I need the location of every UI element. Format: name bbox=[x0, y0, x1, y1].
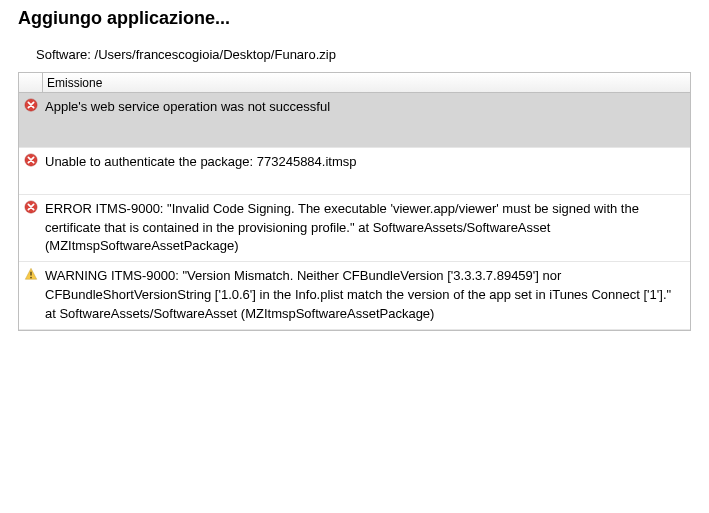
table-row[interactable]: Apple's web service operation was not su… bbox=[19, 93, 690, 148]
software-info: Software: /Users/francescogioia/Desktop/… bbox=[0, 33, 709, 68]
software-label: Software: bbox=[36, 47, 91, 62]
software-path: /Users/francescogioia/Desktop/Funaro.zip bbox=[95, 47, 336, 62]
svg-rect-3 bbox=[30, 272, 31, 276]
error-icon bbox=[24, 98, 38, 112]
row-message: Apple's web service operation was not su… bbox=[43, 93, 690, 147]
dialog-header: Aggiungo applicazione... bbox=[0, 0, 709, 33]
table-row[interactable]: ERROR ITMS-9000: "Invalid Code Signing. … bbox=[19, 195, 690, 263]
row-icon-cell bbox=[19, 93, 43, 112]
issues-table: Emissione Apple's web service operation … bbox=[18, 72, 691, 331]
error-icon bbox=[24, 153, 38, 167]
warning-icon bbox=[24, 267, 38, 281]
row-icon-cell bbox=[19, 262, 43, 281]
table-body: Apple's web service operation was not su… bbox=[19, 93, 690, 330]
dialog-title: Aggiungo applicazione... bbox=[18, 8, 691, 29]
row-message: ERROR ITMS-9000: "Invalid Code Signing. … bbox=[43, 195, 690, 262]
row-message: WARNING ITMS-9000: "Version Mismatch. Ne… bbox=[43, 262, 690, 329]
table-header-row[interactable]: Emissione bbox=[19, 73, 690, 93]
emission-column-header[interactable]: Emissione bbox=[43, 76, 102, 90]
table-row[interactable]: Unable to authenticate the package: 7732… bbox=[19, 148, 690, 195]
row-icon-cell bbox=[19, 148, 43, 167]
table-row[interactable]: WARNING ITMS-9000: "Version Mismatch. Ne… bbox=[19, 262, 690, 330]
icon-column-header[interactable] bbox=[19, 73, 43, 92]
row-message: Unable to authenticate the package: 7732… bbox=[43, 148, 690, 194]
error-icon bbox=[24, 200, 38, 214]
svg-point-4 bbox=[30, 277, 32, 279]
row-icon-cell bbox=[19, 195, 43, 214]
